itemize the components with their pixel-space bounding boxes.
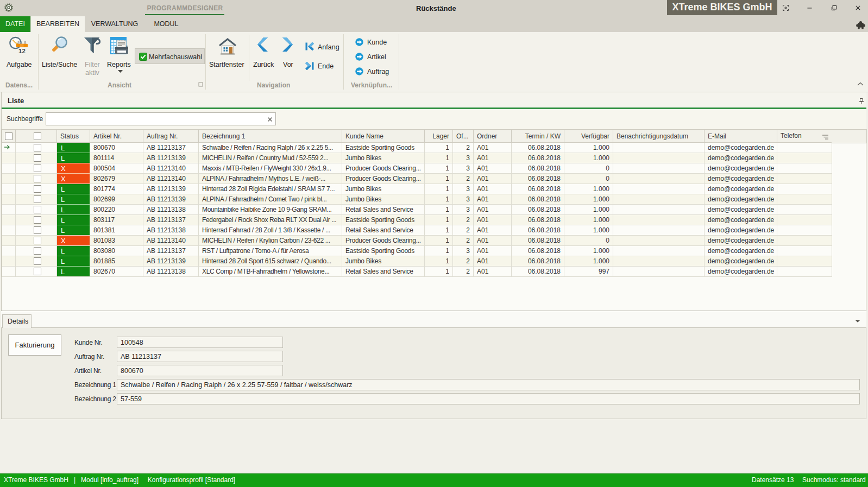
svg-text:12: 12 — [18, 48, 26, 54]
